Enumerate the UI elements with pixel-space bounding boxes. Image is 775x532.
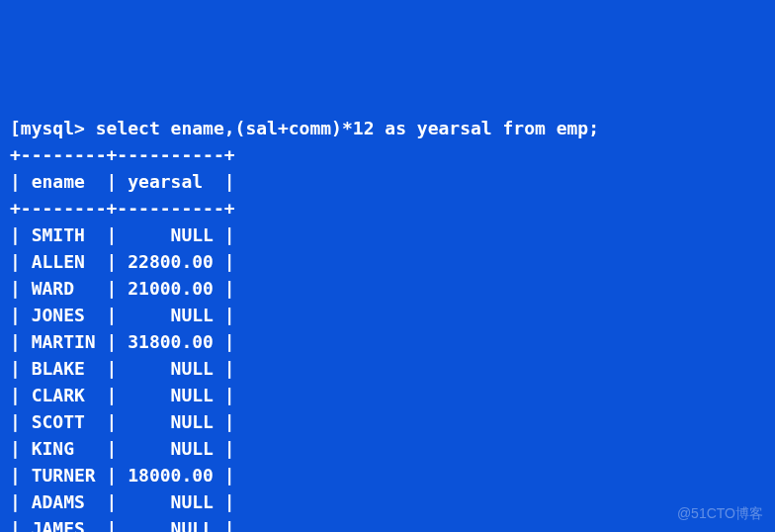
- bracket-open: [: [10, 118, 21, 138]
- table-row: | KING | NULL |: [10, 435, 765, 462]
- table-row: | SMITH | NULL |: [10, 222, 765, 248]
- table-row: | CLARK | NULL |: [10, 382, 765, 408]
- command-line[interactable]: [mysql> select ename,(sal+comm)*12 as ye…: [10, 115, 765, 141]
- table-row: | ALLEN | 22800.00 |: [10, 248, 765, 275]
- sql-command: select ename,(sal+comm)*12 as yearsal fr…: [85, 118, 599, 138]
- mysql-prompt: mysql>: [21, 118, 85, 138]
- table-row: | ADAMS | NULL |: [10, 488, 765, 515]
- table-row: | WARD | 21000.00 |: [10, 275, 765, 302]
- table-border-mid: +--------+----------+: [10, 195, 765, 222]
- table-row: | SCOTT | NULL |: [10, 408, 765, 435]
- table-row: | BLAKE | NULL |: [10, 355, 765, 382]
- table-row: | TURNER | 18000.00 |: [10, 462, 765, 488]
- watermark: @51CTO博客: [677, 503, 763, 524]
- table-header: | ename | yearsal |: [10, 168, 765, 195]
- table-row: | JAMES | NULL |: [10, 515, 765, 532]
- table-row: | JONES | NULL |: [10, 302, 765, 328]
- table-border-top: +--------+----------+: [10, 141, 765, 168]
- table-row: | MARTIN | 31800.00 |: [10, 328, 765, 355]
